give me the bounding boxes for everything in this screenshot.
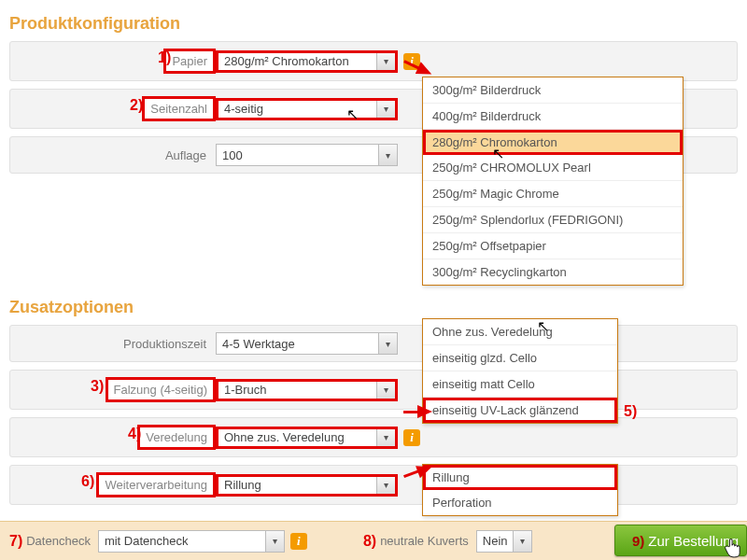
dropdown-option[interactable]: Rillung: [423, 465, 617, 490]
row-weiterverarbeitung: 6) Weiterverarbeitung Rillung: [9, 465, 738, 505]
section-title-config: Produktkonfiguration: [9, 14, 738, 34]
chevron-down-icon[interactable]: [376, 477, 395, 494]
marker-2: 2): [130, 97, 143, 114]
dropdown-option[interactable]: 280g/m² Chromokarton: [423, 130, 683, 155]
select-datencheck-value: mit Datencheck: [105, 534, 189, 548]
select-datencheck[interactable]: mit Datencheck: [98, 530, 285, 553]
chevron-down-icon[interactable]: [376, 429, 395, 446]
select-papier-value: 280g/m² Chromokarton: [224, 54, 349, 68]
chevron-down-icon[interactable]: [376, 53, 395, 70]
marker-5: 5): [624, 403, 637, 420]
label-papier: Papier: [163, 49, 216, 74]
select-falzung-value: 1-Bruch: [224, 383, 267, 397]
dropdown-option[interactable]: 250g/m² CHROMOLUX Pearl: [423, 155, 683, 181]
marker-9: 9): [632, 533, 644, 549]
dropdown-option[interactable]: Ohne zus. Veredelung: [423, 319, 617, 345]
label-weiterverarbeitung: Weiterverarbeitung: [96, 472, 216, 497]
chevron-down-icon[interactable]: [513, 531, 531, 552]
info-icon[interactable]: i: [290, 533, 307, 550]
marker-1: 1): [158, 49, 171, 66]
dropdown-option[interactable]: einseitig UV-Lack glänzend: [423, 398, 617, 423]
dropdown-option[interactable]: 250g/m² Splendorlux (FEDRIGONI): [423, 207, 683, 233]
marker-4: 4): [128, 426, 141, 442]
select-produktionszeit[interactable]: 4-5 Werktage: [216, 332, 398, 355]
dropdown-option[interactable]: 250g/m² Magic Chrome: [423, 181, 683, 207]
dropdown-weiterverarbeitung[interactable]: RillungPerforation: [422, 464, 618, 516]
label-falzung: Falzung (4-seitig): [106, 377, 216, 402]
marker-8: 8): [363, 533, 376, 550]
select-auflage[interactable]: 100: [216, 144, 398, 166]
select-papier[interactable]: 280g/m² Chromokarton: [216, 50, 398, 73]
chevron-down-icon[interactable]: [378, 333, 397, 354]
chevron-down-icon[interactable]: [378, 145, 397, 165]
select-seitenzahl-value: 4-seitig: [224, 102, 263, 116]
dropdown-papier[interactable]: 300g/m² Bilderdruck400g/m² Bilderdruck28…: [422, 77, 684, 286]
select-veredelung-value: Ohne zus. Veredelung: [224, 430, 345, 444]
dropdown-option[interactable]: einseitig matt Cello: [423, 371, 617, 398]
label-kuverts: neutrale Kuverts: [380, 534, 469, 548]
dropdown-option[interactable]: 250g/m² Offsetpapier: [423, 233, 683, 259]
row-produktionszeit: Produktionszeit 4-5 Werktage: [9, 325, 738, 362]
dropdown-option[interactable]: einseitig glzd. Cello: [423, 345, 617, 371]
dropdown-option[interactable]: Perforation: [423, 490, 617, 515]
info-icon[interactable]: i: [403, 429, 420, 446]
select-veredelung[interactable]: Ohne zus. Veredelung: [216, 427, 398, 449]
dropdown-veredelung[interactable]: Ohne zus. Veredelungeinseitig glzd. Cell…: [422, 318, 618, 424]
label-datencheck: Datencheck: [26, 534, 91, 548]
select-falzung[interactable]: 1-Bruch: [216, 379, 398, 401]
cursor-hand-icon: [725, 538, 741, 558]
dropdown-option[interactable]: 300g/m² Bilderdruck: [423, 77, 683, 104]
section-title-zusatz: Zusatzoptionen: [9, 298, 738, 317]
select-kuverts-value: Nein: [483, 534, 508, 548]
marker-6: 6): [81, 473, 94, 490]
marker-3: 3): [91, 378, 104, 395]
label-auflage: Auflage: [20, 148, 216, 162]
select-weiterverarbeitung-value: Rillung: [224, 478, 261, 492]
marker-7: 7): [9, 533, 22, 550]
label-produktionszeit: Produktionszeit: [20, 337, 216, 351]
row-veredelung: 4) Veredelung Ohne zus. Veredelung i: [9, 417, 738, 457]
dropdown-option[interactable]: 300g/m² Recyclingkarton: [423, 259, 683, 285]
select-weiterverarbeitung[interactable]: Rillung: [216, 474, 398, 497]
select-auflage-value: 100: [222, 148, 243, 162]
label-seitenzahl: Seitenzahl: [142, 96, 216, 121]
select-produktionszeit-value: 4-5 Werktage: [222, 337, 295, 351]
chevron-down-icon[interactable]: [376, 101, 395, 118]
label-veredelung: Veredelung: [137, 425, 216, 450]
chevron-down-icon[interactable]: [265, 531, 284, 552]
select-seitenzahl[interactable]: 4-seitig: [216, 98, 398, 120]
chevron-down-icon[interactable]: [376, 382, 395, 399]
select-kuverts[interactable]: Nein: [476, 530, 532, 553]
row-papier: 1) Papier 280g/m² Chromokarton i: [9, 41, 738, 81]
dropdown-option[interactable]: 400g/m² Bilderdruck: [423, 104, 683, 130]
